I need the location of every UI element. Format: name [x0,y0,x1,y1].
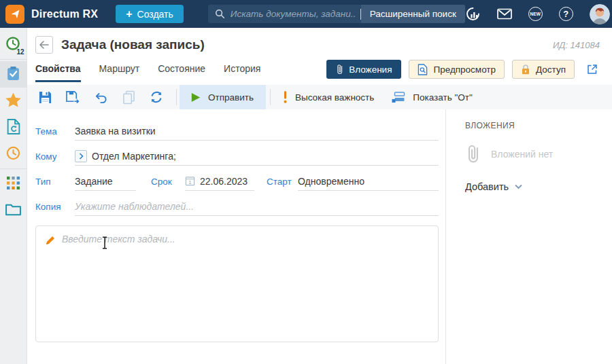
star-icon [5,92,22,110]
preview-button-label: Предпросмотр [433,65,496,75]
start-input[interactable] [298,176,439,187]
undo-button[interactable] [92,89,109,105]
attachments-empty-state: Вложений нет [465,143,612,164]
help-icon[interactable]: ? [559,7,573,21]
attachments-button[interactable]: Вложения [326,60,401,79]
task-body-input[interactable] [62,234,431,335]
back-button[interactable] [35,36,53,54]
show-from-icon [392,92,405,103]
paperclip-icon [336,64,343,75]
sidebar-divider [0,59,27,60]
refresh-icon [150,90,163,104]
task-body-box [35,225,439,342]
expand-recipients-button[interactable] [75,150,87,162]
exclamation-icon [283,91,288,103]
save-new-icon [65,90,81,105]
topbar-icon-group: NEW ? [465,4,610,24]
add-attachment-button[interactable]: Добавить [465,181,612,192]
folder-icon [5,203,21,218]
attachments-panel: ВЛОЖЕНИЯ Вложений нет Добавить [445,109,612,364]
subject-input[interactable] [75,126,439,136]
create-button[interactable]: + Создать [116,5,184,23]
apps-grid-icon [5,175,21,193]
type-deadline-start-row: Тип Срок 1 Старт [35,172,439,191]
recent-count-badge: 12 [16,48,24,56]
header-action-buttons: Вложения Предпросмотр Доступ [326,60,601,79]
save-and-create-button[interactable] [65,89,81,105]
calendar-icon[interactable]: 1 [185,176,195,186]
search-input[interactable] [225,9,360,19]
tab-history[interactable]: История [224,56,260,82]
tabs-row: Свойства Маршрут Состояние История Вложе… [27,56,612,82]
sidebar-item-my-tasks[interactable] [0,61,27,88]
sidebar-item-favorites[interactable] [0,88,27,114]
send-button-label: Отправить [208,92,254,103]
paperclip-large-icon [465,143,481,164]
tab-properties[interactable]: Свойства [35,56,81,82]
chevron-down-icon [515,184,522,189]
save-button[interactable] [37,89,53,105]
toolbar-separator [176,89,177,105]
copy-button[interactable] [120,89,137,105]
subject-label: Тема [35,126,75,136]
sidebar-item-history[interactable] [0,141,27,167]
type-input[interactable] [75,176,136,187]
task-check-icon [6,66,20,84]
history-clock-icon [5,145,21,163]
sidebar-item-shared-documents[interactable] [0,114,27,141]
task-form: Тема Кому [27,109,445,364]
cc-input[interactable] [75,201,439,212]
preview-doc-icon [418,64,428,75]
lock-icon [521,64,530,75]
add-attachment-label: Добавить [465,181,509,192]
access-button-label: Доступ [536,65,566,75]
advanced-search-button[interactable]: Расширенный поиск [361,5,465,23]
create-button-label: Создать [137,9,173,20]
show-from-button[interactable]: Показать "От" [392,92,472,103]
arrow-left-icon [39,41,49,49]
deadline-label: Срок [151,177,185,187]
tab-state[interactable]: Состояние [158,56,205,82]
sidebar-divider [0,168,27,169]
open-in-new-window-icon[interactable] [583,60,601,78]
chevron-right-icon [79,153,84,160]
preview-button[interactable]: Предпросмотр [409,60,505,79]
directum-logo-icon[interactable] [5,5,24,24]
page-header: Задача (новая запись) ИД: 141084 [27,28,612,56]
sidebar-item-recent-tasks[interactable]: 12 [0,31,27,58]
sidebar: 12 [0,28,27,364]
copy-icon [122,90,135,105]
page-title: Задача (новая запись) [61,37,205,52]
pencil-icon [45,235,56,248]
show-from-label: Показать "От" [413,92,472,103]
record-id: ИД: 141084 [553,40,600,50]
tab-route[interactable]: Маршрут [99,56,140,82]
toolbar: Отправить Высокая важность Показать "От" [27,85,612,109]
brand-title: Directum RX [31,8,98,20]
undo-icon [94,91,108,104]
sidebar-item-folders[interactable] [0,197,27,223]
type-label: Тип [35,177,75,187]
to-input[interactable] [92,151,439,162]
to-row: Кому [35,147,439,166]
user-avatar[interactable] [590,4,610,24]
whats-new-icon[interactable]: NEW [528,7,543,21]
mail-icon[interactable] [497,8,512,20]
send-button[interactable]: Отправить [180,85,266,109]
high-importance-label: Высокая важность [295,92,374,103]
access-button[interactable]: Доступ [512,60,575,79]
send-play-icon [190,92,201,103]
global-search: Расширенный поиск [208,5,465,23]
task-card-content: Тема Кому [27,109,612,364]
save-icon [38,90,52,105]
document-sync-icon [7,119,20,136]
deadline-input[interactable] [200,176,254,187]
svg-text:1: 1 [189,180,192,185]
new-badge-label: NEW [530,12,541,16]
sidebar-item-modules[interactable] [0,170,27,197]
high-importance-button[interactable]: Высокая важность [283,91,374,103]
refresh-button[interactable] [148,89,165,105]
help-glyph: ? [563,9,568,19]
activity-stats-icon[interactable] [465,6,481,22]
topbar: Directum RX + Создать Расширенный поиск … [0,0,612,28]
